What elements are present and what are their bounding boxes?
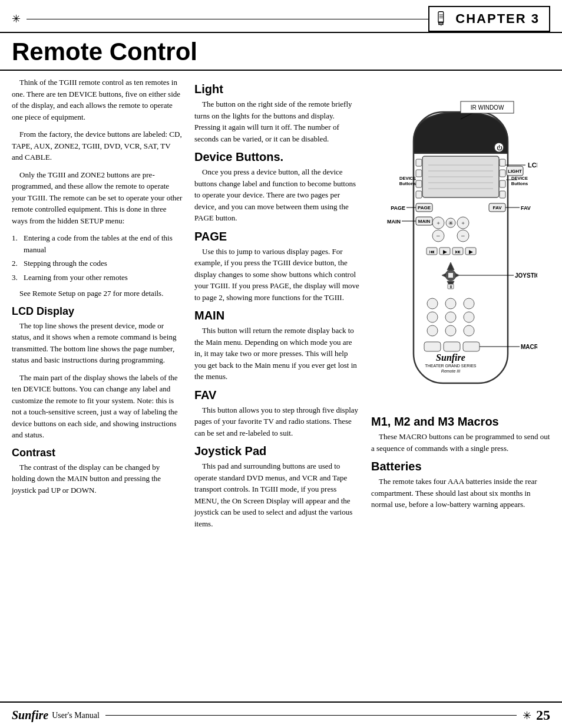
svg-text:⏮: ⏮ (429, 249, 435, 255)
svg-rect-83 (424, 342, 441, 351)
right-column: IR WINDOW LCD ⏻ LIGHT (371, 77, 550, 535)
middle-column: Light The button on the right side of th… (194, 77, 359, 535)
page-header: ✳ CHAPTER 3 (0, 0, 562, 33)
svg-rect-85 (463, 342, 480, 351)
footer-page-number: 25 (536, 707, 550, 723)
light-para: The button on the right side of the remo… (194, 98, 359, 144)
intro-para-4: See Remote Setup on page 27 for more det… (12, 288, 183, 299)
svg-text:FAV: FAV (493, 205, 503, 210)
batteries-desc: The remote takes four AAA batteries insi… (371, 476, 550, 510)
svg-text:THEATER GRAND SERIES: THEATER GRAND SERIES (425, 364, 477, 368)
svg-text:MACROS: MACROS (521, 344, 537, 350)
main-para: This button will return the remote displ… (194, 325, 359, 383)
svg-text:✳: ✳ (448, 220, 453, 226)
svg-point-80 (427, 325, 438, 336)
light-section-title: Light (194, 83, 359, 96)
svg-point-81 (445, 325, 456, 336)
list-item-3: 3.Learning from your other remotes (12, 272, 183, 284)
page-para: Use this to jump to various display page… (194, 246, 359, 304)
header-line (27, 19, 428, 19)
setup-list: 1.Entering a code from the tables at the… (12, 232, 183, 283)
ir-window-label: IR WINDOW (471, 104, 504, 111)
svg-text:−: − (437, 232, 441, 240)
svg-text:+: + (461, 220, 465, 226)
svg-rect-30 (500, 191, 505, 198)
svg-point-82 (464, 325, 474, 336)
svg-rect-69 (448, 273, 453, 278)
svg-rect-23 (416, 191, 422, 198)
svg-text:DEVICE: DEVICE (511, 176, 528, 181)
svg-text:▶: ▶ (469, 249, 473, 255)
batteries-section-title: Batteries (371, 460, 550, 473)
svg-text:FAV: FAV (521, 205, 531, 211)
footer-line (105, 715, 517, 716)
chapter-label: CHAPTER 3 (455, 11, 540, 27)
svg-point-76 (464, 298, 474, 309)
svg-rect-84 (444, 342, 460, 351)
joystick-para: This pad and surrounding buttons are use… (194, 460, 359, 529)
svg-rect-0 (438, 12, 444, 23)
svg-text:Sunfire: Sunfire (436, 353, 465, 363)
svg-rect-27 (500, 159, 505, 166)
fav-para: This button allows you to step through f… (194, 404, 359, 439)
svg-rect-21 (416, 170, 422, 177)
lcd-label-text: LCD (528, 162, 537, 169)
svg-rect-20 (416, 159, 422, 166)
svg-point-79 (464, 312, 474, 322)
svg-text:Buttons: Buttons (399, 181, 416, 186)
svg-point-77 (427, 312, 438, 322)
svg-text:▶: ▶ (443, 249, 447, 255)
svg-text:MAIN: MAIN (418, 219, 431, 224)
svg-text:MAIN: MAIN (387, 219, 401, 225)
device-section-title: Device Buttons. (194, 150, 359, 164)
intro-para-1: Think of the TGIII remote control as ten… (12, 77, 183, 123)
remote-diagram: IR WINDOW LCD ⏻ LIGHT (384, 77, 537, 409)
svg-rect-29 (500, 180, 505, 187)
svg-text:⏻: ⏻ (497, 145, 503, 151)
page-title: Remote Control (0, 33, 562, 71)
svg-text:⏭: ⏭ (455, 249, 461, 255)
svg-text:PAGE: PAGE (391, 205, 405, 211)
svg-text:PAGE: PAGE (418, 205, 431, 210)
intro-para-2: From the factory, the device buttons are… (12, 129, 183, 163)
svg-text:DEVICE: DEVICE (399, 176, 416, 181)
intro-para-3: Only the TGIII and ZONE2 buttons are pre… (12, 169, 183, 227)
svg-point-75 (445, 298, 456, 309)
header-asterisk-icon: ✳ (12, 12, 21, 25)
page-section-title: PAGE (194, 230, 359, 243)
svg-point-78 (445, 312, 456, 322)
contrast-section-title: Contrast (12, 447, 183, 459)
macros-section-title: M1, M2 and M3 Macros (371, 415, 550, 429)
chapter-box: CHAPTER 3 (428, 6, 550, 32)
svg-text:LIGHT: LIGHT (508, 169, 522, 174)
svg-rect-28 (500, 170, 505, 177)
lcd-para-2: The main part of the display shows the l… (12, 372, 183, 441)
svg-rect-22 (416, 180, 422, 187)
svg-point-74 (427, 298, 438, 309)
list-item-1: 1.Entering a code from the tables at the… (12, 232, 183, 255)
footer-asterisk-icon: ✳ (523, 709, 531, 722)
svg-text:+: + (437, 220, 440, 226)
remote-svg: IR WINDOW LCD ⏻ LIGHT (384, 77, 537, 407)
device-para: Once you press a device button, all the … (194, 166, 359, 224)
svg-text:⏸: ⏸ (449, 285, 453, 289)
pencil-icon (434, 11, 451, 27)
footer-brand: Sunfire (12, 709, 48, 722)
main-content: Think of the TGIII remote control as ten… (0, 71, 562, 541)
svg-text:JOYSTICK: JOYSTICK (515, 272, 537, 279)
list-item-2: 2.Stepping through the codes (12, 258, 183, 269)
fav-section-title: FAV (194, 388, 359, 402)
svg-text:Remote III: Remote III (441, 369, 460, 373)
header-left: ✳ (12, 12, 428, 25)
main-section-title: MAIN (194, 309, 359, 322)
lcd-para-1: The top line shows the present device, m… (12, 320, 183, 366)
macros-desc: These MACRO buttons can be programmed to… (371, 431, 550, 454)
page-footer: Sunfire User's Manual ✳ 25 (0, 701, 562, 728)
joystick-section-title: Joystick Pad (194, 444, 359, 458)
svg-text:Buttons: Buttons (511, 181, 528, 186)
left-column: Think of the TGIII remote control as ten… (12, 77, 183, 535)
footer-text: User's Manual (52, 711, 100, 720)
lcd-section-title: LCD Display (12, 305, 183, 318)
contrast-para: The contrast of the display can be chang… (12, 462, 183, 496)
svg-text:−: − (461, 232, 465, 240)
